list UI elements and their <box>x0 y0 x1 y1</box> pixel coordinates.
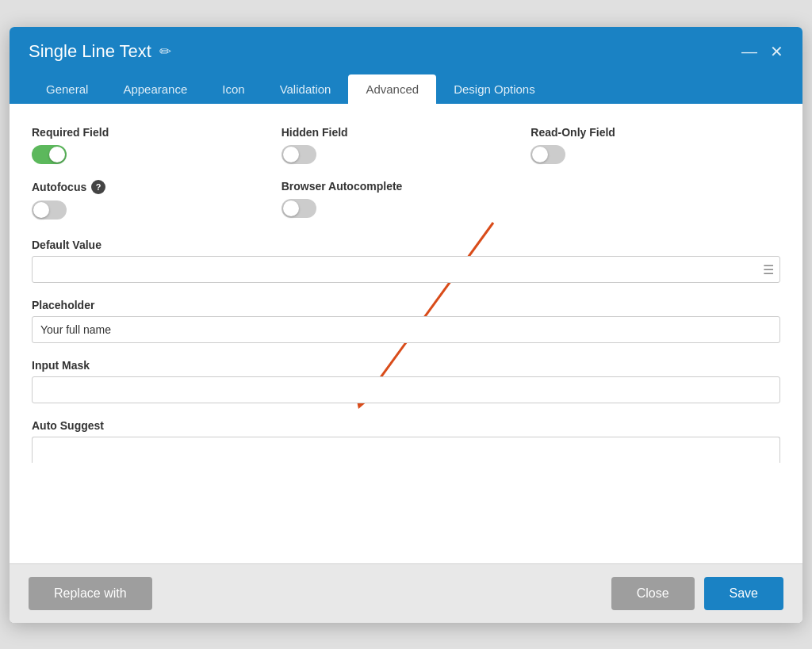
modal-title: Single Line Text ✏ <box>29 41 171 62</box>
tab-general[interactable]: General <box>29 74 105 104</box>
browser-autocomplete-label: Browser Autocomplete <box>282 180 531 193</box>
read-only-field-group: Read-Only Field <box>530 126 780 164</box>
hidden-field-group: Hidden Field <box>282 126 531 164</box>
autofocus-toggle[interactable] <box>32 200 67 220</box>
default-value-label: Default Value <box>32 239 780 251</box>
required-field-toggle[interactable] <box>32 145 67 164</box>
read-only-field-toggle[interactable] <box>530 145 565 164</box>
modal-container: Single Line Text ✏ — ✕ General Appearanc… <box>10 27 802 623</box>
read-only-field-thumb <box>532 147 548 162</box>
tab-appearance[interactable]: Appearance <box>105 74 205 104</box>
read-only-field-label: Read-Only Field <box>530 126 780 139</box>
autofocus-group: Autofocus ? <box>32 180 282 220</box>
tab-design-options[interactable]: Design Options <box>436 74 553 104</box>
footer-right: Close Save <box>611 577 783 610</box>
hidden-field-toggle[interactable] <box>282 145 316 164</box>
placeholder-input[interactable] <box>32 316 780 343</box>
placeholder-label: Placeholder <box>32 299 780 311</box>
input-mask-label: Input Mask <box>32 359 780 372</box>
edit-icon: ✏ <box>159 43 171 60</box>
input-mask-input[interactable] <box>32 376 780 403</box>
default-value-wrapper: ☰ <box>32 256 780 283</box>
default-value-section: Default Value ☰ <box>32 239 780 283</box>
tab-validation[interactable]: Validation <box>262 74 349 104</box>
hidden-field-label: Hidden Field <box>282 126 531 139</box>
input-mask-section: Input Mask <box>32 359 780 403</box>
tab-icon[interactable]: Icon <box>205 74 262 104</box>
autofocus-thumb <box>33 202 49 218</box>
modal-footer: Replace with Close Save <box>10 563 802 623</box>
auto-suggest-wrapper <box>32 437 780 463</box>
toggle-row-1: Required Field Hidden Field Read-Only Fi… <box>32 126 780 164</box>
save-button[interactable]: Save <box>704 577 783 610</box>
browser-autocomplete-thumb <box>283 200 299 216</box>
auto-suggest-input[interactable] <box>32 437 780 463</box>
autofocus-help-icon[interactable]: ? <box>91 180 105 194</box>
window-controls: — ✕ <box>741 44 783 59</box>
placeholder-wrapper <box>32 316 780 343</box>
placeholder-section: Placeholder <box>32 299 780 343</box>
modal-title-row: Single Line Text ✏ — ✕ <box>29 41 783 62</box>
tab-advanced[interactable]: Advanced <box>348 74 436 104</box>
modal-header: Single Line Text ✏ — ✕ General Appearanc… <box>10 27 802 104</box>
required-field-thumb <box>49 147 65 162</box>
autofocus-label: Autofocus ? <box>32 180 282 194</box>
auto-suggest-label: Auto Suggest <box>32 419 780 432</box>
close-modal-button[interactable]: Close <box>611 577 695 610</box>
modal-title-text: Single Line Text <box>29 41 151 62</box>
minimize-button[interactable]: — <box>741 44 757 59</box>
required-field-label: Required Field <box>32 126 282 139</box>
tab-bar: General Appearance Icon Validation Advan… <box>29 74 783 104</box>
auto-suggest-section: Auto Suggest <box>32 419 780 463</box>
required-field-group: Required Field <box>32 126 282 164</box>
input-mask-wrapper <box>32 376 780 403</box>
close-button[interactable]: ✕ <box>770 44 783 59</box>
replace-with-button[interactable]: Replace with <box>29 577 152 610</box>
modal-body: Required Field Hidden Field Read-Only Fi… <box>10 104 802 563</box>
hidden-field-thumb <box>283 147 299 162</box>
default-value-input[interactable] <box>32 256 780 283</box>
toggle-row-2: Autofocus ? Browser Autocomplete <box>32 180 780 220</box>
browser-autocomplete-toggle[interactable] <box>282 199 316 218</box>
browser-autocomplete-group: Browser Autocomplete <box>282 180 531 220</box>
